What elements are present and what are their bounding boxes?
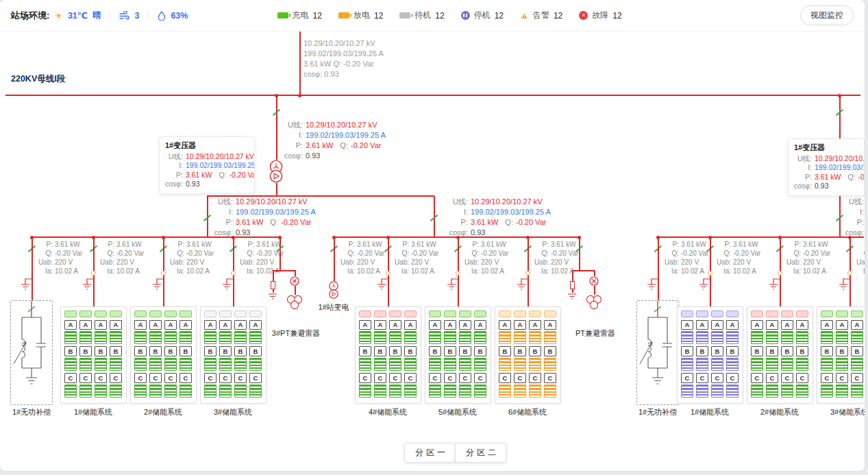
wire [295, 286, 296, 295]
station-environment: 站场环境: ☀ 31℃ 晴 3 63% [11, 10, 188, 22]
feeder-measurement-label: Ia: [532, 267, 549, 276]
switch-icon[interactable] [275, 245, 284, 254]
legend-item-fault[interactable]: ×故障12 [579, 10, 621, 21]
battery-stack [821, 358, 833, 371]
storage-system-box[interactable]: ABCABCABCABC [817, 306, 865, 404]
feeder-measurement-value: 220 V [681, 258, 699, 267]
storage-system-box[interactable]: ABCABCABCABC [60, 306, 127, 404]
battery-stack [696, 385, 708, 398]
battery-cluster-label: A [95, 320, 107, 330]
feeder-measurement-value: 10.02 A [411, 267, 434, 276]
reactive-compensation-box[interactable] [10, 300, 53, 405]
switch-icon[interactable] [271, 108, 281, 117]
incoming-measurements: 10.29/10.20/10.27 kV199.02/199.03/199.25… [303, 38, 384, 80]
storage-system-label: 1#储能系统 [60, 407, 126, 417]
battery-cluster-label: A [851, 320, 863, 330]
storage-system-box[interactable]: ABCABCABCABC [677, 306, 743, 404]
measurement-value: 3.61 kW [306, 141, 333, 151]
storage-system-box[interactable]: ABCABCABCABC [355, 306, 421, 404]
storage-system-box[interactable]: ABCABCABCABC [747, 306, 813, 404]
measurement-label: Q: [505, 217, 513, 228]
switch-icon[interactable] [574, 245, 584, 254]
reactive-compensation-box[interactable] [636, 300, 679, 405]
battery-cluster-label: C [781, 373, 793, 382]
battery-stack [110, 331, 122, 344]
feeder-measurement-value: 10.02 A [116, 267, 140, 276]
switch-icon[interactable] [202, 214, 212, 223]
single-line-diagram: 220KV母线I段 分区一 分区二 10.29/10.20/10.27 kV19… [0, 0, 865, 471]
zone-1-button[interactable]: 分区一 [404, 443, 456, 463]
battery-stack [766, 331, 778, 344]
battery-cluster-label: B [79, 346, 92, 356]
storage-system-label: 2#储能系统 [747, 407, 813, 417]
junction-dot [298, 94, 301, 97]
transformer-icon[interactable] [269, 160, 284, 184]
breaker-indicator[interactable] [231, 271, 236, 276]
pcs-status-cell [851, 310, 863, 317]
battery-rack-column: ABC [851, 310, 863, 400]
wind-value: 3 [134, 11, 139, 21]
battery-stack [836, 385, 848, 398]
breaker-indicator[interactable] [847, 271, 852, 276]
breaker-indicator[interactable] [386, 271, 390, 276]
feeder-measurement-value: -0.20 Var [116, 249, 144, 258]
station-transformer-icon[interactable] [328, 281, 339, 300]
switch-icon[interactable] [834, 108, 844, 117]
measurement-label: I: [794, 163, 812, 173]
storage-system-box[interactable]: ABCABCABCABC [200, 306, 266, 404]
battery-cluster-label: A [204, 320, 216, 330]
legend-item-discharge[interactable]: 放电12 [338, 10, 383, 21]
feeder-measurement-value: 3.61 kW [116, 240, 142, 249]
legend-item-stop[interactable]: 停机12 [461, 10, 504, 21]
pcs-status-cell [374, 310, 386, 317]
zone-2-button[interactable]: 分区二 [455, 443, 506, 463]
breaker-indicator[interactable] [525, 271, 530, 276]
measurement-value: 3.61 kW [471, 217, 498, 228]
feeder-measurement-label: P: [662, 240, 679, 249]
breaker-indicator[interactable] [456, 271, 460, 276]
breaker-indicator[interactable] [91, 271, 96, 276]
feeder-measurement-label: P: [715, 240, 731, 249]
feeder-measurement-value: 3.61 kW [551, 240, 576, 249]
battery-stack [374, 358, 386, 371]
breaker-indicator[interactable] [708, 271, 712, 276]
wire [579, 237, 580, 271]
arrester-icon [589, 276, 599, 286]
feeder-measurement-value: 10.02 A [481, 267, 504, 276]
battery-cluster-label: C [249, 373, 262, 382]
switch-icon[interactable] [834, 214, 844, 223]
pcs-status-cell [781, 310, 793, 317]
feeder-measurement-value: -0.20 Var [411, 249, 438, 258]
battery-stack [726, 358, 739, 371]
storage-system-box[interactable]: ABCABCABCABC [495, 306, 561, 404]
feeder-measurement-label: Q: [168, 249, 184, 258]
pcs-status-cell [474, 310, 486, 317]
wire [273, 270, 295, 271]
breaker-indicator[interactable] [161, 271, 166, 276]
battery-cluster-label: B [374, 346, 386, 356]
measurement-label: U线: [212, 197, 233, 207]
battery-stack [389, 331, 401, 344]
storage-system-box[interactable]: ABCABCABCABC [130, 306, 197, 404]
battery-stack [851, 358, 863, 371]
header-bar: 站场环境: ☀ 31℃ 晴 3 63% 充电12放电12待机12停机12▲!告警… [0, 0, 865, 32]
battery-stack [64, 385, 77, 398]
legend-item-alarm[interactable]: ▲!告警12 [520, 10, 562, 21]
battery-cluster-label: C [696, 373, 708, 382]
hv-side-measurements: U线:10.29/10.20/10.27 kVI:199.02/199.03/1… [282, 120, 386, 161]
battery-stack [796, 358, 808, 371]
breaker-indicator[interactable] [778, 271, 782, 276]
legend-item-standby[interactable]: 待机12 [399, 10, 444, 21]
switch-icon[interactable] [429, 214, 438, 223]
feeder-measurement-label: Ia: [338, 267, 355, 276]
battery-cluster-label: C [64, 373, 77, 382]
storage-system-box[interactable]: ABCABCABCABC [425, 306, 491, 404]
battery-cluster-label: B [179, 346, 192, 356]
battery-cluster-label: A [681, 320, 693, 330]
standby-icon [399, 12, 410, 19]
battery-cluster-label: B [499, 346, 511, 356]
battery-rack-column: ABC [821, 310, 833, 400]
feeder-measurement-value: 220 V [803, 258, 821, 267]
legend-item-charge[interactable]: 充电12 [277, 10, 322, 21]
view-monitor-button[interactable]: 视图监控 [800, 5, 854, 25]
